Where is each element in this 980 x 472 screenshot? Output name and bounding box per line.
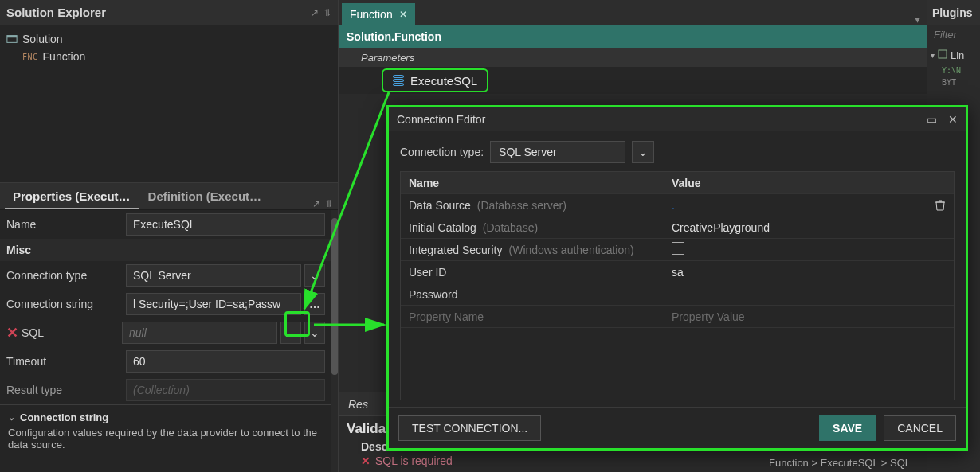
function-label: Function (43, 50, 86, 63)
row-password[interactable]: Password (401, 283, 954, 306)
dialog-title: Connection Editor (397, 113, 485, 126)
sql-label: SQL (22, 326, 44, 339)
timeout-input[interactable] (126, 350, 325, 373)
error-icon: ✕ (6, 324, 18, 341)
row-initial-catalog[interactable]: Initial Catalog(Database) CreativePlaygr… (401, 216, 954, 239)
solution-label: Solution (22, 33, 63, 45)
delete-row-button[interactable] (927, 199, 954, 212)
plugins-title: Plugins (932, 6, 973, 19)
test-connection-button[interactable]: TEST CONNECTION... (398, 415, 541, 441)
chevron-down-icon[interactable]: ⌄ (8, 412, 15, 423)
close-icon[interactable]: ✕ (399, 9, 407, 20)
connection-type-dropdown[interactable]: ⌄ (304, 264, 325, 287)
connection-type-input[interactable] (126, 264, 301, 287)
parameters-row[interactable]: Parameters (339, 48, 927, 67)
connection-editor-dialog: Connection Editor ▭ ✕ Connection type: S… (386, 105, 968, 451)
row-placeholder[interactable]: Property Name Property Value (401, 306, 954, 328)
desc-text: Configuration values required by the dat… (8, 427, 323, 451)
execute-sql-row[interactable]: ExecuteSQL (339, 67, 927, 94)
plugins-header: Plugins (927, 0, 980, 25)
connection-type-select[interactable]: SQL Server (490, 141, 625, 163)
solution-explorer-header: Solution Explorer ↗ ⥮ (0, 0, 338, 25)
plugins-filter[interactable]: Filter (927, 25, 980, 46)
plugin-sub-type: BYT (927, 76, 980, 88)
fnc-tag: FNC (22, 53, 38, 61)
popout-icon[interactable]: ↗ (312, 198, 320, 209)
maximize-icon[interactable]: ▭ (927, 113, 937, 126)
pin-icon[interactable]: ⥮ (325, 198, 333, 209)
popout-icon[interactable]: ↗ (311, 7, 319, 18)
cancel-button[interactable]: CANCEL (884, 415, 956, 441)
timeout-label: Timeout (6, 355, 126, 368)
name-input[interactable] (126, 213, 325, 236)
solution-explorer-tree: Solution FNC Function (0, 25, 338, 183)
sql-input[interactable] (122, 322, 277, 344)
svg-rect-2 (939, 50, 947, 58)
row-data-source[interactable]: Data Source(Database server) . (401, 194, 954, 216)
result-type-input[interactable] (126, 379, 325, 401)
col-name: Name (401, 177, 664, 189)
tab-definition[interactable]: Definition (Execut… (140, 185, 270, 209)
properties-tabs-header: Properties (Execut… Definition (Execut… … (0, 183, 338, 210)
connection-string-input[interactable] (126, 293, 301, 315)
error-icon: ✕ (361, 454, 370, 467)
connection-type-label: Connection type (6, 269, 126, 282)
grid-header: Name Value (401, 172, 954, 194)
validation-path: Function > ExecuteSQL > SQL (769, 457, 911, 469)
save-button[interactable]: SAVE (819, 415, 876, 441)
user-id-value[interactable]: sa (664, 266, 927, 279)
function-node[interactable]: FNC Function (6, 48, 331, 65)
desc-title: Connection string (20, 412, 108, 423)
tab-properties[interactable]: Properties (Execut… (5, 185, 139, 209)
dialog-header[interactable]: Connection Editor ▭ ✕ (389, 107, 966, 131)
properties-panel: Name Misc Connection type ⌄ Connection s… (0, 210, 338, 472)
connection-type-label: Connection type: (400, 146, 484, 158)
editor-tabs: Function ✕ ▾ (339, 0, 927, 25)
breadcrumb: Solution.Function (339, 25, 927, 48)
col-value: Value (664, 177, 927, 189)
svg-rect-1 (7, 36, 17, 38)
plugin-sub-path: Y:\N (927, 64, 980, 76)
pin-icon[interactable]: ⥮ (323, 7, 331, 18)
tab-function-label: Function (350, 8, 393, 21)
solution-explorer-title: Solution Explorer (6, 6, 106, 19)
integrated-security-checkbox[interactable] (672, 242, 684, 255)
database-icon (393, 75, 404, 86)
tabs-overflow-icon[interactable]: ▾ (915, 13, 920, 25)
property-description: ⌄ Connection string Configuration values… (0, 404, 331, 457)
row-user-id[interactable]: User ID sa (401, 261, 954, 283)
sql-dropdown[interactable]: ⌄ (304, 322, 325, 344)
connection-type-dropdown[interactable]: ⌄ (632, 141, 654, 163)
misc-header: Misc (0, 239, 331, 261)
result-type-label: Result type (6, 384, 126, 396)
properties-scrollbar[interactable] (331, 210, 338, 472)
connection-string-label: Connection string (6, 298, 126, 310)
solution-icon (6, 33, 18, 45)
connection-string-ellipsis-button[interactable]: … (304, 293, 325, 315)
connection-properties-grid: Name Value Data Source(Database server) … (400, 171, 955, 400)
plugin-item[interactable]: ▾ Lin (927, 46, 980, 64)
name-label: Name (6, 218, 126, 231)
initial-catalog-value[interactable]: CreativePlayground (664, 221, 927, 234)
row-integrated-security[interactable]: Integrated Security(Windows authenticati… (401, 239, 954, 261)
tab-function[interactable]: Function ✕ (342, 3, 415, 25)
execute-sql-label: ExecuteSQL (410, 74, 477, 88)
chevron-down-icon: ▾ (931, 51, 935, 60)
close-icon[interactable]: ✕ (948, 113, 958, 126)
solution-node[interactable]: Solution (6, 30, 331, 48)
sql-ellipsis-button[interactable]: … (280, 322, 301, 344)
data-source-value[interactable]: . (672, 199, 675, 212)
